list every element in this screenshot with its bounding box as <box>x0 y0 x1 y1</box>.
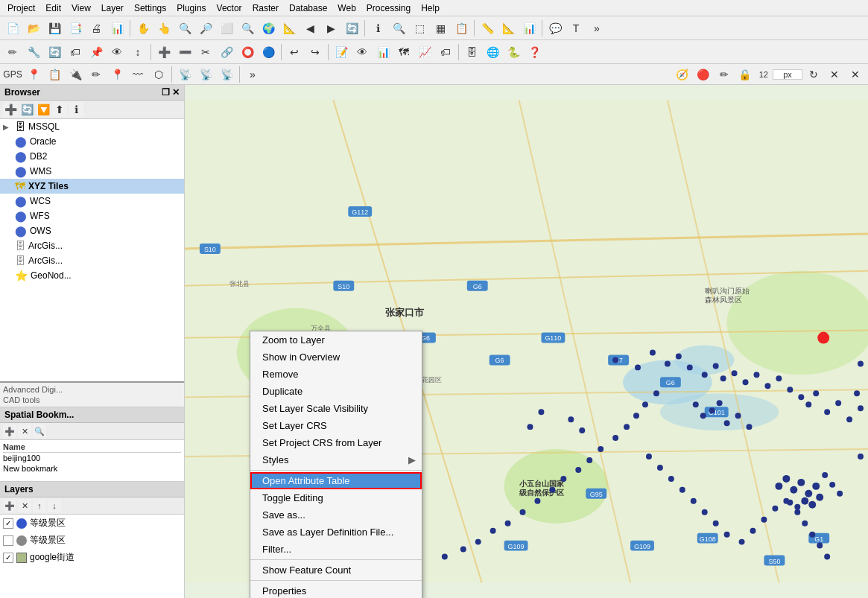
close-btn[interactable]: ✕ <box>825 65 844 84</box>
menu-database[interactable]: Database <box>285 1 332 15</box>
label-btn[interactable]: 🏷 <box>66 42 85 62</box>
menu-settings[interactable]: Settings <box>130 1 171 15</box>
add-feature-btn[interactable]: ➕ <box>154 42 174 62</box>
cross-btn[interactable]: ✕ <box>846 65 865 84</box>
snap-btn[interactable]: 🔴 <box>694 65 713 84</box>
ctx-filter[interactable]: Filter... <box>250 541 422 558</box>
heatmap-btn[interactable]: 🗺 <box>394 42 414 62</box>
rotate-btn[interactable]: 🔄 <box>45 42 64 62</box>
del-feature-btn[interactable]: ➖ <box>175 42 194 62</box>
layers-add-btn[interactable]: ➕ <box>3 499 16 512</box>
density-btn[interactable]: 📈 <box>415 42 434 62</box>
spatial-zoom-btn[interactable]: 🔍 <box>33 424 46 438</box>
layers-up-btn[interactable]: ↑ <box>33 499 46 512</box>
menu-plugins[interactable]: Plugins <box>172 1 210 15</box>
menu-processing[interactable]: Processing <box>362 1 415 15</box>
ctx-save-as-layer-def[interactable]: Save as Layer Definition File... <box>250 524 422 541</box>
browser-refresh-btn[interactable]: 🔄 <box>19 102 34 117</box>
layer-check-2[interactable]: ✓ <box>3 553 13 563</box>
gps-btn[interactable]: GPS <box>3 65 22 84</box>
geo-btn[interactable]: 🌐 <box>483 42 502 62</box>
layers-del-btn[interactable]: ✕ <box>18 499 31 512</box>
ctx-show-feature-count[interactable]: Show Feature Count <box>250 562 422 579</box>
info-button[interactable]: 🔍 <box>389 19 408 38</box>
ctx-properties[interactable]: Properties <box>250 582 422 598</box>
new-project-button[interactable]: 📄 <box>3 19 22 38</box>
db-btn[interactable]: 🗄 <box>462 42 481 62</box>
menu-layer[interactable]: Layer <box>97 1 128 15</box>
tree-item-geonod[interactable]: ⭐ GeoNod... <box>0 268 184 283</box>
layers-down-btn[interactable]: ↓ <box>48 499 61 512</box>
addline-btn[interactable]: 〰 <box>128 65 148 84</box>
sensor2-btn[interactable]: 📡 <box>196 65 215 84</box>
layer-item-0[interactable]: ✓ 等级景区 <box>0 515 184 532</box>
zoom-full-button[interactable]: 🌍 <box>259 19 278 38</box>
addpoint-btn[interactable]: 📍 <box>107 65 127 84</box>
browser-restore-icon[interactable]: ❐ <box>162 87 170 98</box>
ctx-layer-crs[interactable]: Set Layer CRS <box>250 417 422 434</box>
digitize-btn[interactable]: ✏ <box>3 42 22 62</box>
undo-btn[interactable]: ↩ <box>285 42 304 62</box>
more-button[interactable]: » <box>587 19 606 38</box>
browser-info-btn[interactable]: ℹ <box>69 102 83 117</box>
menu-help[interactable]: Help <box>416 1 444 15</box>
spatial-row-1[interactable]: New bookmark <box>3 463 181 474</box>
select-button[interactable]: ⬚ <box>410 19 429 38</box>
digitize2-btn[interactable]: ✏ <box>86 65 106 84</box>
browser-add-btn[interactable]: ➕ <box>3 102 18 117</box>
print-button[interactable]: 🖨 <box>86 19 106 38</box>
connect-btn[interactable]: 🔌 <box>66 65 85 84</box>
show-pin-btn[interactable]: 👁 <box>107 42 127 62</box>
layer-item-1[interactable]: 等级景区 <box>0 532 184 549</box>
tree-item-oracle[interactable]: ⬤ Oracle <box>0 134 184 149</box>
pin-btn[interactable]: 📌 <box>86 42 106 62</box>
move-label-btn[interactable]: ↕ <box>128 42 148 62</box>
identify-button[interactable]: ℹ <box>368 19 387 38</box>
pan-map2-button[interactable]: 👆 <box>154 19 174 38</box>
chart-btn[interactable]: 📊 <box>373 42 393 62</box>
addpoly-btn[interactable]: ⬡ <box>149 65 168 84</box>
zoom-rubber-button[interactable]: ⬜ <box>217 19 236 38</box>
tree-item-arcgis2[interactable]: 🗄 ArcGis... <box>0 253 184 268</box>
menu-project[interactable]: Project <box>3 1 39 15</box>
open-button[interactable]: 📂 <box>24 19 43 38</box>
layer-item-2[interactable]: ✓ google街道 <box>0 549 184 566</box>
ctx-open-attribute-table[interactable]: Open Attribute Table <box>250 472 422 489</box>
ctx-remove[interactable]: Remove <box>250 366 422 383</box>
ctx-zoom-to-layer[interactable]: Zoom to Layer <box>250 331 422 349</box>
menu-raster[interactable]: Raster <box>248 1 283 15</box>
ctx-scale-visibility[interactable]: Set Layer Scale Visibility <box>250 400 422 417</box>
zoom-feature-button[interactable]: 🔍 <box>238 19 257 38</box>
tree-item-wms[interactable]: ⬤ WMS <box>0 164 184 179</box>
zoom-next-button[interactable]: ▶ <box>321 19 340 38</box>
deselect-button[interactable]: 📋 <box>452 19 471 38</box>
layer-check-0[interactable]: ✓ <box>3 518 13 529</box>
more2-btn[interactable]: » <box>243 65 262 84</box>
zoom-out-button[interactable]: 🔎 <box>196 19 215 38</box>
tree-item-xyz[interactable]: 🗺 XYZ Tiles <box>0 179 184 194</box>
annotation-button[interactable]: 💬 <box>545 19 565 38</box>
lock-btn[interactable]: 🔒 <box>735 65 755 84</box>
py-btn[interactable]: 🐍 <box>504 42 523 62</box>
tree-item-wcs[interactable]: ⬤ WCS <box>0 194 184 209</box>
track-btn[interactable]: 📍 <box>24 65 43 84</box>
tree-item-wfs[interactable]: ⬤ WFS <box>0 209 184 223</box>
print-composer-button[interactable]: 📊 <box>107 19 127 38</box>
browser-filter-btn[interactable]: 🔽 <box>36 102 51 117</box>
fill-btn[interactable]: 🔵 <box>259 42 278 62</box>
measure3-button[interactable]: 📊 <box>519 19 539 38</box>
tree-item-mssql[interactable]: ▶ 🗄 MSSQL <box>0 119 184 134</box>
zoom-layer-button[interactable]: 📐 <box>279 19 299 38</box>
sensor1-btn[interactable]: 📡 <box>175 65 194 84</box>
log-btn[interactable]: 📋 <box>45 65 64 84</box>
menu-vector[interactable]: Vector <box>212 1 247 15</box>
spatial-del-btn[interactable]: ✕ <box>18 424 31 438</box>
save-as-button[interactable]: 📑 <box>66 19 85 38</box>
compass-btn[interactable]: 🧭 <box>673 65 692 84</box>
pan-map-button[interactable]: ✋ <box>133 19 153 38</box>
spatial-add-btn[interactable]: ➕ <box>3 424 16 438</box>
ctx-duplicate[interactable]: Duplicate <box>250 383 422 400</box>
ctx-toggle-editing[interactable]: Toggle Editing <box>250 489 422 506</box>
layer-check-1[interactable] <box>3 535 13 546</box>
map-area[interactable]: S10 G112 S10 G6 G6 G6 G110 G7 G6 <box>185 85 868 598</box>
